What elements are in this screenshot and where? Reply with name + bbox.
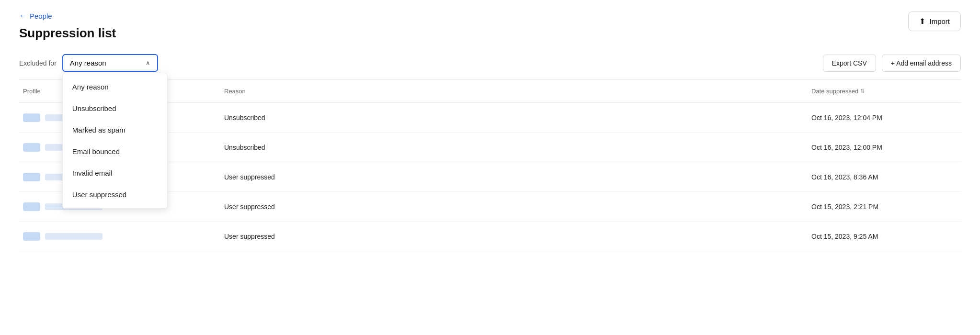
dropdown-option-spam[interactable]: Marked as spam — [63, 119, 167, 141]
dropdown-selected-value: Any reason — [70, 59, 106, 67]
reason-cell-3: User suppressed — [220, 167, 808, 188]
page-title: Suppression list — [19, 26, 961, 41]
dropdown-option-any[interactable]: Any reason — [63, 76, 167, 98]
avatar-3 — [23, 173, 40, 181]
back-arrow-icon: ← — [19, 11, 27, 20]
date-suppressed-label: Date suppressed — [811, 88, 858, 95]
date-cell-5: Oct 15, 2023, 9:25 AM — [808, 226, 961, 247]
table-row: User suppressed Oct 15, 2023, 9:25 AM — [19, 222, 961, 251]
import-button[interactable]: ⬆ Import — [908, 11, 961, 31]
reason-dropdown[interactable]: Any reason ∧ — [62, 54, 158, 72]
avatar-5 — [23, 232, 40, 241]
page: ⬆ Import ← People Suppression list Exclu… — [0, 0, 980, 335]
profile-cell-5 — [19, 225, 220, 247]
reason-cell-4: User suppressed — [220, 196, 808, 217]
toolbar: Excluded for Any reason ∧ Any reason Uns… — [19, 54, 961, 80]
toolbar-right: Export CSV + Add email address — [823, 55, 961, 72]
date-cell-2: Oct 16, 2023, 12:00 PM — [808, 137, 961, 158]
name-placeholder-5 — [45, 233, 103, 240]
dropdown-option-bounced[interactable]: Email bounced — [63, 141, 167, 162]
sort-icon[interactable]: ⇅ — [860, 88, 865, 94]
date-cell-4: Oct 15, 2023, 2:21 PM — [808, 196, 961, 217]
reason-dropdown-wrapper: Any reason ∧ Any reason Unsubscribed Mar… — [62, 54, 158, 72]
toolbar-left: Excluded for Any reason ∧ Any reason Uns… — [19, 54, 158, 72]
reason-dropdown-menu: Any reason Unsubscribed Marked as spam E… — [62, 73, 168, 209]
import-icon: ⬆ — [919, 17, 925, 26]
chevron-up-icon: ∧ — [146, 59, 150, 67]
dropdown-option-invalid[interactable]: Invalid email — [63, 162, 167, 184]
import-label: Import — [929, 17, 950, 25]
reason-cell-2: Unsubscribed — [220, 137, 808, 158]
date-cell-1: Oct 16, 2023, 12:04 PM — [808, 107, 961, 128]
dropdown-option-unsubscribed[interactable]: Unsubscribed — [63, 98, 167, 119]
reason-cell-1: Unsubscribed — [220, 107, 808, 128]
export-csv-button[interactable]: Export CSV — [823, 55, 876, 72]
date-cell-3: Oct 16, 2023, 8:36 AM — [808, 167, 961, 188]
avatar-1 — [23, 113, 40, 122]
column-header-reason: Reason — [220, 85, 808, 98]
column-header-date: Date suppressed ⇅ — [808, 85, 961, 98]
reason-cell-5: User suppressed — [220, 226, 808, 247]
excluded-for-label: Excluded for — [19, 59, 57, 67]
dropdown-option-suppressed[interactable]: User suppressed — [63, 184, 167, 205]
avatar-4 — [23, 202, 40, 211]
back-link-label: People — [30, 12, 52, 20]
avatar-2 — [23, 143, 40, 152]
back-link[interactable]: ← People — [19, 11, 52, 20]
add-email-button[interactable]: + Add email address — [882, 55, 961, 72]
